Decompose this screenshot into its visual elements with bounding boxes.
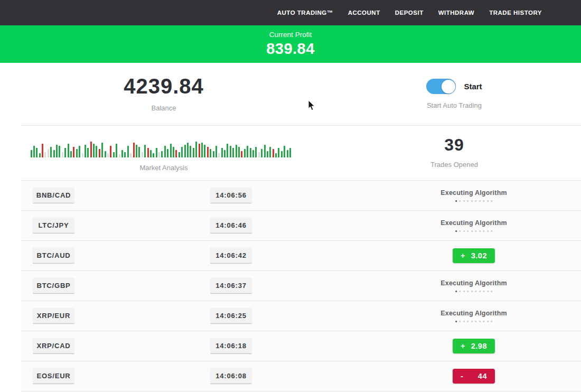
progress-dot <box>471 321 473 322</box>
pair-badge[interactable]: XRP/EUR <box>33 308 74 324</box>
chart-bar <box>190 146 191 157</box>
nav-item[interactable]: AUTO TRADING™ <box>277 10 333 16</box>
chart-bar <box>238 147 240 157</box>
chart-bar <box>44 152 46 157</box>
result-value: 2.98 <box>471 342 487 350</box>
progress-dot <box>475 321 476 322</box>
progress-dot <box>475 291 476 292</box>
table-row: XRP/CAD 14:06:18 + 2.98 <box>21 331 581 361</box>
table-row: BTC/GBP 14:06:37 Executing Algorithm <box>21 271 581 301</box>
trades-opened-value: 39 <box>327 136 581 153</box>
chart-bar <box>87 148 89 157</box>
chart-bar <box>142 152 143 157</box>
chart-bar <box>255 147 257 157</box>
result-badge: - 44 <box>453 369 495 384</box>
chart-bar <box>93 144 95 157</box>
balance-label: Balance <box>0 104 327 112</box>
trades-opened-label: Trades Opened <box>327 161 581 169</box>
progress-dot <box>467 200 468 202</box>
progress-dot <box>467 230 468 232</box>
chart-bar <box>289 148 291 157</box>
trade-status: Executing Algorithm <box>441 189 507 202</box>
top-nav: AUTO TRADING™ ACCOUNT DEPOSIT WITHDRAW T… <box>0 0 581 25</box>
stats-row-1: 4239.84 Balance Start Start Auto Trading <box>0 63 581 125</box>
progress-dot <box>455 291 457 292</box>
time-badge[interactable]: 14:06:18 <box>210 338 252 354</box>
time-badge[interactable]: 14:06:46 <box>210 218 252 234</box>
chart-bar <box>269 147 271 157</box>
progress-dot <box>483 230 484 232</box>
chart-bar <box>241 151 242 157</box>
table-row: BNB/CAD 14:06:56 Executing Algorithm <box>21 181 581 211</box>
chart-bar <box>244 149 246 157</box>
chart-bar <box>258 152 260 157</box>
trade-status: Executing Algorithm <box>441 310 507 322</box>
progress-dot <box>475 200 476 202</box>
chart-bar <box>247 146 248 157</box>
chart-bar <box>218 153 220 157</box>
chart-bar <box>127 146 129 157</box>
auto-trading-toggle[interactable] <box>426 79 456 94</box>
time-badge[interactable]: 14:06:56 <box>210 188 252 204</box>
profit-banner-value: 839.84 <box>0 40 581 58</box>
toggle-knob <box>442 80 455 94</box>
pair-badge[interactable]: EOS/EUR <box>33 368 74 385</box>
trade-status: - 44 <box>453 369 495 384</box>
chart-bar <box>50 147 52 157</box>
executing-label: Executing Algorithm <box>441 310 507 317</box>
nav-item[interactable]: ACCOUNT <box>348 10 380 16</box>
chart-bar <box>187 143 189 157</box>
trade-status: + 2.98 <box>453 339 495 353</box>
table-row: BTC/AUD 14:06:42 + 3.02 <box>21 241 581 271</box>
chart-bar <box>161 151 163 157</box>
executing-status: Executing Algorithm <box>441 219 507 232</box>
progress-dot <box>459 291 461 292</box>
nav-item[interactable]: DEPOSIT <box>395 10 424 16</box>
progress-dot <box>463 291 465 292</box>
chart-bar <box>278 148 279 157</box>
chart-bar <box>64 148 66 157</box>
pair-badge[interactable]: BTC/GBP <box>33 278 74 294</box>
stats-row-2: Market Analysis 39 Trades Opened <box>0 126 581 180</box>
nav-item[interactable]: WITHDRAW <box>438 10 475 16</box>
progress-dot <box>471 200 473 202</box>
progress-dot <box>491 200 492 202</box>
nav-item[interactable]: TRADE HISTORY <box>489 10 542 16</box>
chart-bar <box>275 153 277 157</box>
chart-bar <box>36 148 38 157</box>
result-sign: + <box>461 251 465 260</box>
chart-bar <box>193 148 194 157</box>
time-badge[interactable]: 14:06:37 <box>210 278 252 294</box>
chart-bar <box>150 150 152 157</box>
chart-bar <box>273 149 274 157</box>
pair-badge[interactable]: BNB/CAD <box>33 188 74 204</box>
chart-bar <box>267 151 268 157</box>
executing-label: Executing Algorithm <box>441 279 507 287</box>
pair-badge[interactable]: XRP/CAD <box>33 338 74 354</box>
pair-badge[interactable]: LTC/JPY <box>33 218 74 234</box>
chart-bar <box>130 153 132 157</box>
chart-bar <box>184 145 186 157</box>
chart-bar <box>250 148 251 157</box>
chart-bar <box>105 151 106 157</box>
time-badge[interactable]: 14:06:25 <box>210 308 252 324</box>
time-badge[interactable]: 14:06:42 <box>210 248 252 264</box>
result-sign: + <box>461 342 465 350</box>
chart-bar <box>195 142 197 157</box>
chart-bar <box>230 146 231 157</box>
chart-bar <box>82 153 83 157</box>
time-badge[interactable]: 14:06:08 <box>210 368 252 385</box>
chart-bar <box>207 147 209 157</box>
balance-value: 4239.84 <box>0 76 327 97</box>
profit-banner-label: Current Profit <box>0 31 581 39</box>
chart-bar <box>201 143 203 157</box>
result-value: 3.02 <box>471 251 487 260</box>
chart-bar <box>261 149 263 157</box>
chart-bar <box>252 150 254 157</box>
pair-badge[interactable]: BTC/AUD <box>33 248 74 264</box>
chart-bar <box>215 146 217 157</box>
market-analysis-chart <box>31 136 297 157</box>
chart-bar <box>101 143 103 157</box>
chart-bar <box>62 152 63 157</box>
chart-bar <box>70 151 72 157</box>
